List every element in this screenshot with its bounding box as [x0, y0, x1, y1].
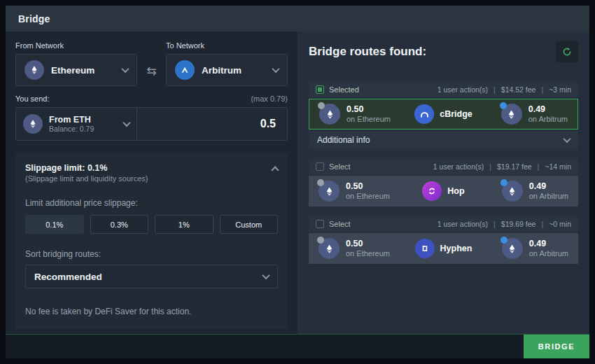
slippage-card: Slippage limit: 0.1% (Slippage limit and…	[15, 153, 288, 329]
refresh-icon	[561, 46, 573, 57]
separator: |	[493, 220, 496, 228]
slippage-option-0.3[interactable]: 0.3%	[90, 215, 149, 234]
bridge-name: Hyphen	[440, 244, 472, 253]
to-amount: 0.49	[529, 181, 568, 191]
token-name: From ETH	[49, 115, 124, 125]
select-checkbox[interactable]	[316, 162, 324, 171]
slippage-title: Slippage limit: 0.1%	[25, 163, 272, 173]
route-actions: 1 user action(s)	[438, 85, 488, 94]
chevron-down-icon	[262, 272, 270, 279]
separator: |	[489, 162, 491, 171]
amount-input[interactable]: 0.5	[137, 108, 287, 140]
separator: |	[541, 220, 543, 228]
route-option: Select 1 user action(s) | $19.17 fee | ~…	[309, 159, 578, 206]
route-actions: 1 user action(s)	[438, 220, 488, 228]
route-header: Selected 1 user action(s) | $14.52 fee |…	[309, 82, 578, 97]
eth-on-ethereum-icon	[318, 238, 340, 259]
route-actions: 1 user action(s)	[433, 162, 484, 171]
eth-on-ethereum-icon	[318, 181, 340, 202]
from-amount: 0.50	[346, 181, 390, 191]
to-amount: 0.49	[529, 239, 568, 248]
arbitrum-network-badge	[500, 179, 507, 186]
max-amount-note: (max 0.79)	[251, 94, 288, 103]
slippage-option-0.1[interactable]: 0.1%	[25, 215, 84, 234]
from-network-label: From Network	[15, 41, 137, 50]
route-fee: $19.69 fee	[501, 220, 536, 228]
route-meta: 1 user action(s) | $14.52 fee | ~3 min	[438, 85, 571, 94]
eth-token-icon	[23, 114, 43, 134]
route-select-label: Select	[329, 162, 433, 171]
collapse-chevron-up-icon[interactable]	[271, 166, 279, 174]
route-option: Selected 1 user action(s) | $14.52 fee |…	[309, 82, 578, 149]
from-network-select[interactable]: Ethereum	[15, 54, 137, 86]
fee-note: No fee is taken by DeFi Saver for this a…	[25, 307, 278, 316]
send-amount-box: From ETH Balance: 0.79 0.5	[15, 107, 288, 141]
select-checkbox[interactable]	[316, 220, 324, 228]
slippage-option-1[interactable]: 1%	[155, 215, 214, 234]
route-select-label: Select	[329, 220, 438, 228]
route-header: Select 1 user action(s) | $19.17 fee | ~…	[309, 159, 578, 174]
arbitrum-icon	[175, 60, 195, 80]
selected-checkbox[interactable]	[316, 85, 324, 94]
to-network: on Arbitrum	[528, 115, 568, 124]
from-amount: 0.50	[346, 239, 390, 248]
chevron-down-icon	[563, 135, 570, 143]
route-meta: 1 user action(s) | $19.17 fee | ~14 min	[433, 162, 571, 171]
hyphen-icon	[415, 239, 435, 258]
to-network: on Arbitrum	[529, 249, 568, 258]
arbitrum-network-badge	[500, 237, 507, 244]
hop-icon	[422, 181, 442, 201]
from-network: on Ethereum	[346, 249, 390, 258]
bridge-button[interactable]: BRIDGE	[524, 335, 589, 358]
route-header: Select 1 user action(s) | $19.69 fee | ~…	[309, 216, 578, 232]
cbridge-icon	[414, 104, 434, 124]
eth-on-arbitrum-icon	[501, 104, 522, 125]
ethereum-network-badge	[317, 237, 324, 244]
refresh-routes-button[interactable]	[556, 41, 578, 62]
separator: |	[538, 162, 540, 171]
route-card-hyphen[interactable]: 0.50 on Ethereum Hyphen	[309, 233, 578, 264]
page-title: Bridge	[18, 13, 50, 24]
chevron-down-icon	[121, 65, 129, 73]
route-time: ~0 min	[549, 220, 571, 228]
to-network: on Arbitrum	[529, 192, 568, 201]
route-time: ~3 min	[549, 85, 571, 94]
to-network-select[interactable]: Arbitrum	[166, 54, 288, 86]
route-fee: $19.17 fee	[497, 162, 532, 171]
from-network: on Ethereum	[346, 192, 390, 201]
chevron-down-icon	[272, 65, 279, 73]
arbitrum-network-badge	[500, 102, 507, 109]
eth-on-ethereum-icon	[319, 104, 340, 125]
token-select[interactable]: From ETH Balance: 0.79	[16, 108, 137, 140]
bridge-window: Bridge From Network Ethereum ⇆	[6, 6, 589, 358]
token-balance: Balance: 0.79	[49, 125, 124, 133]
footer-bar: BRIDGE	[6, 334, 589, 358]
route-meta: 1 user action(s) | $19.69 fee | ~0 min	[438, 220, 571, 228]
route-time: ~14 min	[545, 162, 571, 171]
additional-info-label: Additional info	[317, 135, 564, 145]
ethereum-icon	[24, 60, 44, 80]
sort-routes-label: Sort bridging routes:	[25, 249, 278, 259]
routes-title: Bridge routes found:	[309, 45, 556, 59]
slippage-options: 0.1% 0.3% 1% Custom	[25, 215, 278, 234]
ethereum-network-badge	[318, 102, 325, 109]
route-fee: $14.52 fee	[501, 85, 536, 94]
route-option: Select 1 user action(s) | $19.69 fee | ~…	[309, 216, 578, 264]
to-network-value: Arbitrum	[202, 65, 273, 76]
additional-info-toggle[interactable]: Additional info	[309, 131, 578, 149]
routes-panel: Bridge routes found: Selected 1 user act…	[298, 31, 589, 334]
route-card-hop[interactable]: 0.50 on Ethereum	[309, 176, 578, 206]
route-card-cbridge[interactable]: 0.50 on Ethereum cBridge	[309, 99, 578, 130]
eth-on-arbitrum-icon	[502, 181, 523, 202]
to-network-label: To Network	[166, 41, 288, 50]
separator: |	[541, 85, 543, 94]
bridge-form-panel: From Network Ethereum ⇆ To Network	[6, 31, 298, 334]
sort-routes-value: Recommended	[34, 272, 263, 282]
content: From Network Ethereum ⇆ To Network	[6, 31, 589, 334]
slippage-option-custom[interactable]: Custom	[220, 215, 279, 234]
from-network-value: Ethereum	[51, 65, 122, 76]
swap-networks-icon[interactable]: ⇆	[137, 64, 166, 86]
chevron-down-icon	[122, 119, 130, 127]
ethereum-network-badge	[317, 179, 324, 186]
sort-routes-select[interactable]: Recommended	[25, 265, 278, 288]
